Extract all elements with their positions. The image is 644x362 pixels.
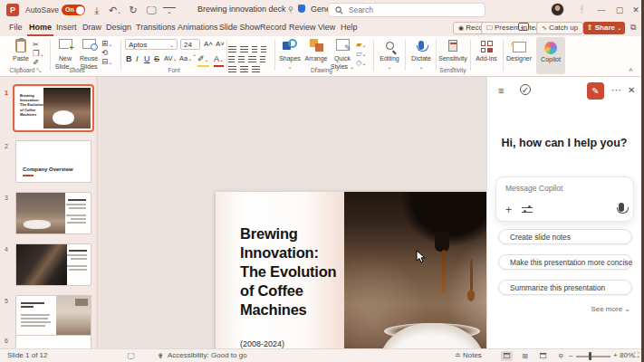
zoom-in-icon[interactable]: + bbox=[613, 349, 618, 362]
maximize-button[interactable]: ▢ bbox=[610, 0, 629, 20]
redo-icon[interactable]: ↻ bbox=[127, 3, 139, 17]
font-color-icon[interactable]: A⌄ bbox=[214, 53, 224, 67]
powerpoint-logo-icon: P bbox=[6, 4, 19, 16]
change-case-icon[interactable]: Aa⌄ bbox=[179, 53, 192, 64]
tab-design[interactable]: Design bbox=[104, 20, 133, 36]
zoom-out-icon[interactable]: – bbox=[569, 349, 572, 362]
comments-icon[interactable] bbox=[518, 23, 529, 31]
thumbnail-slide-3[interactable] bbox=[15, 192, 91, 234]
highlight-color-icon[interactable]: ✐⌄ bbox=[197, 53, 209, 67]
ribbon: Paste⌄ ✂ ❐⌄ ✐ Clipboard ⤡ New Slide ⌄ Re… bbox=[0, 36, 644, 77]
addins-button[interactable]: Add-ins bbox=[472, 38, 501, 63]
suggestion-create-slide-notes[interactable]: Create slide notes bbox=[498, 229, 632, 244]
tab-animations[interactable]: Animations bbox=[176, 20, 220, 36]
chat-history-icon[interactable]: ≡ bbox=[498, 85, 504, 96]
font-size-select[interactable]: 24⌄ bbox=[180, 39, 200, 50]
zoom-level[interactable]: 80% bbox=[620, 349, 634, 362]
thumbnail-slide-4[interactable] bbox=[15, 243, 91, 286]
search-input[interactable] bbox=[349, 5, 476, 14]
indent-spacing-row[interactable] bbox=[228, 50, 274, 59]
catch-up-button[interactable]: ∿ Catch up bbox=[536, 22, 583, 34]
slideshow-from-start-icon[interactable]: 🖵 bbox=[145, 3, 158, 17]
shrink-font-icon[interactable]: A˅ bbox=[216, 39, 225, 50]
cut-icon[interactable]: ✂ bbox=[33, 40, 39, 49]
display-settings-icon[interactable]: 🖵 bbox=[125, 351, 137, 361]
view-reading-icon[interactable]: 🗖 bbox=[537, 351, 549, 361]
bold-button[interactable]: B bbox=[126, 53, 132, 64]
view-normal-icon[interactable]: 🗔 bbox=[501, 351, 513, 361]
minimize-button[interactable]: — bbox=[592, 0, 610, 20]
presenter-coach-icon[interactable]: 🕯 bbox=[576, 4, 588, 15]
zoom-slider-thumb[interactable] bbox=[589, 352, 591, 360]
close-pane-icon[interactable]: ✕ bbox=[628, 85, 635, 95]
share-screen-icon[interactable]: ⧉ bbox=[630, 23, 636, 33]
add-content-icon[interactable]: + bbox=[505, 205, 512, 215]
thumbnail-slide-1[interactable]: Brewing Innovation: The Evolution of Cof… bbox=[15, 87, 91, 129]
addins-icon bbox=[481, 41, 493, 52]
user-avatar[interactable] bbox=[551, 3, 564, 16]
options-sliders-icon[interactable] bbox=[522, 206, 533, 214]
search-icon bbox=[335, 6, 343, 14]
copilot-input-card[interactable]: + bbox=[495, 176, 634, 222]
customize-toolbar-icon[interactable]: ⌄ bbox=[163, 7, 176, 16]
reset-icon[interactable]: ⟲ bbox=[101, 48, 108, 57]
slide-title[interactable]: Brewing Innovation: The Evolution of Cof… bbox=[240, 224, 341, 319]
tab-view[interactable]: View bbox=[316, 20, 337, 36]
underline-button[interactable]: U bbox=[144, 53, 150, 64]
tab-draw[interactable]: Draw bbox=[81, 20, 103, 36]
thumbnail-photo bbox=[16, 193, 65, 233]
tab-review[interactable]: Review bbox=[287, 20, 318, 36]
undo-icon[interactable]: ↶⌄ bbox=[107, 3, 123, 17]
collapse-ribbon-icon[interactable]: ˄ bbox=[629, 66, 633, 74]
share-button[interactable]: ⇪ Share ⌄ bbox=[583, 22, 625, 34]
accessibility-status[interactable]: Accessibility: Good to go bbox=[168, 349, 247, 362]
more-options-icon[interactable]: ⋯ bbox=[611, 84, 621, 96]
slide-number: 5 bbox=[5, 298, 14, 304]
slide-counter[interactable]: Slide 1 of 12 bbox=[7, 349, 47, 362]
tab-record[interactable]: Record bbox=[258, 20, 288, 36]
dictate-icon bbox=[418, 41, 424, 50]
new-chat-button[interactable]: ✎ bbox=[587, 82, 604, 100]
tab-help[interactable]: Help bbox=[339, 20, 360, 36]
tab-insert[interactable]: Insert bbox=[54, 20, 79, 36]
voice-input-icon[interactable] bbox=[619, 199, 624, 215]
tab-home[interactable]: Home bbox=[27, 20, 53, 36]
tab-file[interactable]: File bbox=[7, 20, 24, 36]
thumbnail-slide-2[interactable]: Company Overview bbox=[15, 140, 91, 183]
format-painter-icon[interactable]: ✐ bbox=[33, 58, 39, 67]
new-slide-icon bbox=[59, 39, 72, 49]
suggestion-make-concise[interactable]: Make this presentation more concise bbox=[498, 254, 632, 270]
copilot-ribbon-button[interactable]: Copilot bbox=[536, 37, 565, 74]
copilot-message-input[interactable] bbox=[505, 184, 623, 193]
font-name-select[interactable]: Aptos⌄ bbox=[125, 39, 178, 50]
paste-icon bbox=[15, 39, 26, 52]
search-box[interactable] bbox=[328, 3, 485, 17]
view-slideshow-icon[interactable]: 🜃 bbox=[555, 351, 567, 361]
notes-button[interactable]: ≐ Notes bbox=[455, 349, 482, 362]
tab-transitions[interactable]: Transitions bbox=[134, 20, 178, 36]
suggestion-summarize[interactable]: Summarize this presentation bbox=[498, 280, 632, 295]
thumbnail-scrollbar[interactable] bbox=[96, 77, 99, 348]
fit-to-window-icon[interactable]: ⛶ bbox=[634, 349, 639, 362]
autosave-toggle[interactable]: On bbox=[62, 5, 85, 15]
bullets-numbering-row[interactable] bbox=[228, 40, 274, 49]
view-slide-sorter-icon[interactable]: ⊞ bbox=[519, 351, 531, 361]
character-spacing-icon[interactable]: AV⌄ bbox=[164, 53, 177, 64]
designer-button[interactable]: Designer bbox=[505, 38, 533, 63]
save-icon[interactable]: ⤓ bbox=[91, 3, 103, 17]
editing-button[interactable]: Editing⌄ bbox=[376, 38, 403, 71]
section-icon[interactable]: ⊟⌄ bbox=[101, 57, 112, 67]
drawing-group-label: Drawing bbox=[294, 67, 349, 73]
thumbnail-slide-6[interactable] bbox=[15, 335, 91, 348]
grow-font-icon[interactable]: A˄ bbox=[204, 39, 213, 50]
thumbnail-slide-5[interactable] bbox=[15, 295, 91, 338]
italic-button[interactable]: I bbox=[136, 53, 139, 64]
tab-slide-show[interactable]: Slide Show bbox=[217, 20, 262, 36]
paragraph-dialog-launcher[interactable]: ⤡ bbox=[222, 67, 267, 74]
strikethrough-button[interactable]: S bbox=[154, 53, 159, 64]
see-more-link[interactable]: See more ⌄ bbox=[591, 305, 630, 313]
shape-effects-icon[interactable]: ◇⌄ bbox=[356, 58, 367, 68]
clipboard-group-label: Clipboard ⤡ bbox=[0, 67, 53, 74]
zoom-slider-track[interactable] bbox=[576, 356, 610, 357]
slide-subtitle[interactable]: (2008-2024) bbox=[240, 339, 284, 348]
